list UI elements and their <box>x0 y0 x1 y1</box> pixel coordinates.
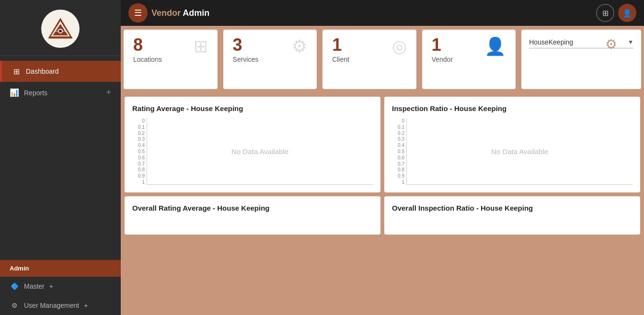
master-icon: 🔷 <box>10 281 19 291</box>
stat-number-services: 3 <box>233 36 288 54</box>
sidebar-item-label: Master <box>24 282 45 290</box>
sidebar-logo-area <box>0 0 121 56</box>
user-management-icon: ⚙ <box>10 301 19 310</box>
client-icon: ◎ <box>392 36 407 56</box>
topbar-right: ⊞ 👤 <box>596 4 636 22</box>
chart-rating-average: Rating Average - House Keeping 1 0.9 0.8… <box>125 97 380 192</box>
locations-icon: ⊞ <box>194 36 208 56</box>
charts-area: Rating Average - House Keeping 1 0.9 0.8… <box>121 93 644 315</box>
stat-card-info: 1 Client <box>332 36 387 63</box>
sidebar-item-dashboard[interactable]: ⊞ Dashboard <box>0 61 121 82</box>
sidebar: ⊞ Dashboard 📊 Reports + Admin 🔷 Master +… <box>0 0 121 315</box>
stat-label-client: Client <box>332 56 387 63</box>
sidebar-item-reports[interactable]: 📊 Reports + <box>0 82 121 103</box>
stats-bar: 8 Locations ⊞ 3 Services ⚙ 1 Client ◎ <box>121 26 644 93</box>
stat-card-locations: 8 Locations ⊞ <box>124 30 218 89</box>
user-management-expand-icon[interactable]: + <box>84 302 88 309</box>
chart-inspection-ratio: Inspection Ratio - House Keeping 1 0.9 0… <box>384 97 640 192</box>
stat-label-locations: Locations <box>133 56 189 63</box>
chart-plot-area: No Data Available <box>147 118 373 185</box>
chart-title-overall-inspection: Overall Inspection Ratio - House Keeping <box>392 204 632 212</box>
master-expand-icon[interactable]: + <box>49 282 53 290</box>
chart-plot-area: No Data Available <box>406 118 632 185</box>
stat-card-vendor: 1 Vendor 👤 <box>422 30 516 89</box>
sidebar-item-label: Reports <box>24 89 101 97</box>
housekeeping-gear-icon: ⚙ <box>605 36 617 52</box>
sidebar-admin-label: Admin <box>0 260 121 277</box>
user-avatar-button[interactable]: 👤 <box>618 4 636 22</box>
hamburger-button[interactable]: ☰ <box>128 3 148 22</box>
svg-point-4 <box>59 30 62 33</box>
chart-y-axis: 1 0.9 0.8 0.7 0.6 0.5 0.4 0.3 0.2 0.1 0 <box>392 118 406 185</box>
chart-title-inspection-ratio: Inspection Ratio - House Keeping <box>392 104 632 112</box>
stat-number-vendor: 1 <box>432 36 480 54</box>
chart-content: 1 0.9 0.8 0.7 0.6 0.5 0.4 0.3 0.2 0.1 0 <box>392 118 632 185</box>
logo-circle <box>41 10 80 48</box>
no-data-label: No Data Available <box>491 147 548 156</box>
no-data-label: No Data Available <box>231 147 288 156</box>
chart-title-rating-average: Rating Average - House Keeping <box>132 104 373 112</box>
housekeeping-card: ⚙ HouseKeeping ▼ <box>521 30 641 89</box>
charts-row-2: Overall Rating Average - House Keeping O… <box>125 196 640 235</box>
expand-icon: ⊞ <box>602 9 609 18</box>
charts-row-1: Rating Average - House Keeping 1 0.9 0.8… <box>125 97 640 192</box>
reports-icon: 📊 <box>10 88 19 98</box>
stat-card-services: 3 Services ⚙ <box>223 30 317 89</box>
chart-y-axis: 1 0.9 0.8 0.7 0.6 0.5 0.4 0.3 0.2 0.1 0 <box>132 118 147 185</box>
stat-number-client: 1 <box>332 36 387 54</box>
main-content: ☰ Vendor Admin ⊞ 👤 8 Locations <box>121 0 644 315</box>
hamburger-icon: ☰ <box>134 8 142 18</box>
stat-number-locations: 8 <box>133 36 189 54</box>
services-icon: ⚙ <box>292 36 307 56</box>
sidebar-item-label: Dashboard <box>26 68 111 75</box>
reports-expand-icon[interactable]: + <box>106 88 111 98</box>
stat-card-info: 1 Vendor <box>432 36 480 63</box>
stat-label-vendor: Vendor <box>432 56 480 63</box>
dashboard-icon: ⊞ <box>12 67 21 76</box>
brand-vendor: Vendor <box>151 8 181 18</box>
chart-overall-rating-average: Overall Rating Average - House Keeping <box>125 196 380 235</box>
user-avatar-icon: 👤 <box>622 9 632 18</box>
stat-card-info: 3 Services <box>233 36 288 63</box>
sidebar-item-master[interactable]: 🔷 Master + <box>0 277 121 296</box>
housekeeping-select-row[interactable]: HouseKeeping ▼ <box>529 38 633 48</box>
topbar: ☰ Vendor Admin ⊞ 👤 <box>121 0 644 26</box>
stat-card-client: 1 Client ◎ <box>322 30 416 89</box>
chart-overall-inspection-ratio: Overall Inspection Ratio - House Keeping <box>384 196 640 235</box>
housekeeping-dropdown-arrow-icon: ▼ <box>628 39 633 45</box>
chart-title-overall-rating: Overall Rating Average - House Keeping <box>132 204 373 212</box>
sidebar-item-label: User Management <box>24 302 79 309</box>
vendor-icon: 👤 <box>484 36 506 56</box>
brand-title: Vendor Admin <box>151 8 209 18</box>
brand-admin: Admin <box>181 8 209 18</box>
sidebar-nav: ⊞ Dashboard 📊 Reports + <box>0 56 121 260</box>
stat-card-info: 8 Locations <box>133 36 189 63</box>
chart-content: 1 0.9 0.8 0.7 0.6 0.5 0.4 0.3 0.2 0.1 0 <box>132 118 373 185</box>
expand-button[interactable]: ⊞ <box>596 4 614 22</box>
stat-label-services: Services <box>233 56 288 63</box>
sidebar-item-user-management[interactable]: ⚙ User Management + <box>0 296 121 315</box>
